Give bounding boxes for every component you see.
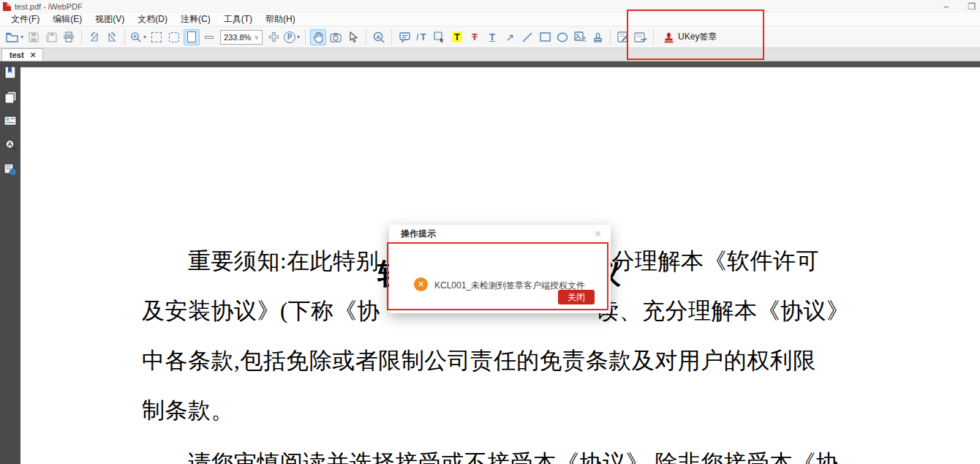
select-tool-button[interactable] xyxy=(345,29,361,45)
dialog-close-icon[interactable]: ✕ xyxy=(594,228,602,239)
app-icon xyxy=(3,2,11,11)
rectangle-annot-button[interactable] xyxy=(537,29,553,45)
svg-text:A: A xyxy=(7,141,12,148)
doc-line-4: 制条款。 xyxy=(142,395,234,426)
window-titlebar: test.pdf - iWebPDF – ❐ xyxy=(0,0,980,13)
verify-signature-button[interactable] xyxy=(633,29,649,45)
ukey-signature-label: UKey签章 xyxy=(678,31,717,43)
rotate-right-button[interactable] xyxy=(104,29,120,45)
page-nav-button[interactable]: P ▾ xyxy=(283,29,301,45)
ellipse-annot-button[interactable] xyxy=(554,29,570,45)
doc-line-3: 中各条款,包括免除或者限制公司责任的免责条款及对用户的权利限 xyxy=(142,345,816,376)
hand-tool-button[interactable] xyxy=(310,29,326,45)
window-title: test.pdf - iWebPDF xyxy=(15,2,83,11)
svg-text:I: I xyxy=(416,32,419,42)
arrow-annot-button[interactable]: ↗ xyxy=(502,29,518,45)
text-select-annot-button[interactable]: IT xyxy=(414,29,430,45)
menu-file[interactable]: 文件(F) xyxy=(4,13,46,26)
tab-label: test xyxy=(10,50,24,59)
strikethrough-text-button[interactable]: T xyxy=(467,29,483,45)
menu-bar: 文件(F) 编辑(E) 视图(V) 文档(D) 注释(C) 工具(T) 帮助(H… xyxy=(0,13,980,26)
toolbar: ▾ ▾ 233.8% ∨ P ▾ xyxy=(0,26,980,48)
snapshot-button[interactable] xyxy=(328,29,344,45)
ukey-signature-button[interactable]: UKey签章 xyxy=(657,29,723,46)
menu-help[interactable]: 帮助(H) xyxy=(259,13,302,26)
page-nav-dropdown-icon[interactable]: ▾ xyxy=(297,34,300,40)
fit-actual-size-button[interactable] xyxy=(148,29,165,45)
paste-note-button[interactable] xyxy=(431,29,448,45)
doc-line-1-right: 充分理解本《软件许可 xyxy=(589,246,819,277)
minimize-button[interactable]: – xyxy=(944,1,949,12)
doc-line-1-left: 重要须知:在此特别 xyxy=(188,246,379,277)
zoom-in-button[interactable] xyxy=(265,29,282,45)
menu-document[interactable]: 文档(D) xyxy=(131,13,174,26)
doc-line-2-left: 及安装协议》(下称《协 xyxy=(142,296,380,326)
zoom-mode-dropdown-icon[interactable]: ▾ xyxy=(143,34,146,40)
menu-annotation[interactable]: 注释(C) xyxy=(174,13,217,26)
sign-document-button[interactable] xyxy=(615,29,631,45)
open-file-dropdown-icon[interactable]: ▾ xyxy=(20,34,23,40)
document-viewport: 软件安装许可协议 重要须知:在此特别 充分理解本《软件许可 及安装协议》(下称《… xyxy=(0,61,980,464)
line-annot-button[interactable] xyxy=(519,29,535,45)
comment-note-button[interactable] xyxy=(396,29,412,45)
tab-test[interactable]: test ✕ xyxy=(1,48,43,61)
document-tab-bar: test ✕ xyxy=(0,48,980,61)
signatures-panel-icon[interactable] xyxy=(2,161,18,177)
highlight-text-button[interactable]: T xyxy=(449,29,465,45)
menu-edit[interactable]: 编辑(E) xyxy=(46,13,88,26)
dialog-title: 操作提示 xyxy=(401,228,436,240)
dialog-close-button[interactable]: 关闭 xyxy=(558,290,595,304)
ukey-stamp-icon xyxy=(663,31,674,43)
doc-line-2-right: 读、充分理解本《协议》 xyxy=(596,296,850,326)
save-button[interactable] xyxy=(26,29,42,45)
fit-width-button[interactable] xyxy=(184,29,200,45)
operation-prompt-dialog: 操作提示 ✕ ✕ KCL001_未检测到签章客户端授权文件 关闭 xyxy=(389,225,611,313)
open-file-button[interactable]: ▾ xyxy=(5,29,24,45)
tab-close-icon[interactable]: ✕ xyxy=(30,50,37,60)
zoom-level-value: 233.8% xyxy=(224,33,251,42)
search-button[interactable]: A xyxy=(371,29,387,45)
marquee-zoom-button[interactable]: ▾ xyxy=(129,29,147,45)
navigation-sidebar: A xyxy=(0,61,20,464)
bookmarks-panel-icon[interactable] xyxy=(2,64,18,81)
fit-page-button[interactable] xyxy=(166,29,182,45)
annotations-panel-icon[interactable] xyxy=(2,113,18,129)
search-panel-icon[interactable]: A xyxy=(2,137,18,153)
svg-text:A: A xyxy=(376,34,380,40)
zoom-level-combobox[interactable]: 233.8% ∨ xyxy=(220,30,263,45)
underline-text-button[interactable]: T xyxy=(484,29,500,45)
doc-line-5: 请您审慎阅读并选择接受或不接受本《协议》,除非您接受本《协 xyxy=(188,448,839,464)
image-annot-button[interactable] xyxy=(572,29,588,45)
svg-text:T: T xyxy=(421,32,426,42)
print-button[interactable] xyxy=(61,29,77,45)
error-icon: ✕ xyxy=(414,277,428,291)
rotate-left-button[interactable] xyxy=(86,29,102,45)
menu-view[interactable]: 视图(V) xyxy=(88,13,131,26)
zoom-level-dropdown-icon[interactable]: ∨ xyxy=(254,34,259,41)
menu-tools[interactable]: 工具(T) xyxy=(217,13,259,26)
page-thumbnails-panel-icon[interactable] xyxy=(2,89,18,105)
zoom-out-button[interactable] xyxy=(201,29,217,45)
save-as-button[interactable] xyxy=(43,29,59,45)
stamp-annot-button[interactable] xyxy=(589,29,606,45)
restore-button[interactable]: ❐ xyxy=(968,1,976,12)
